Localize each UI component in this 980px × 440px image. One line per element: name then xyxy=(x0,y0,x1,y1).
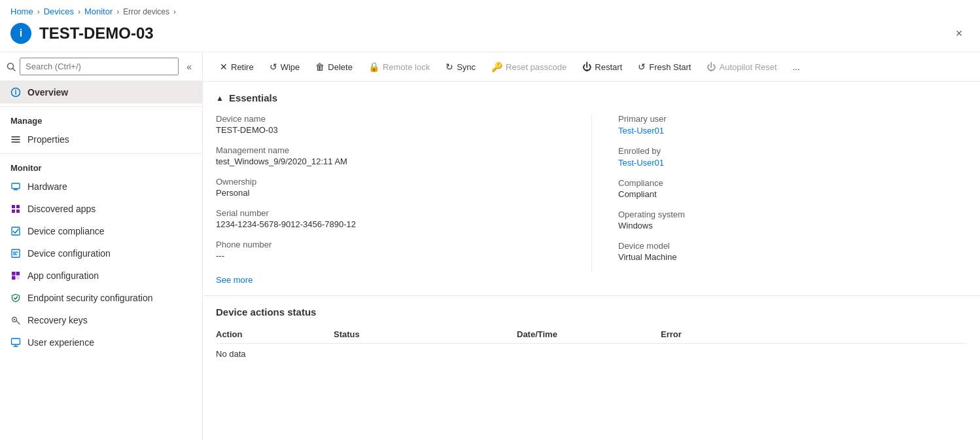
reset-passcode-button[interactable]: 🔑 Reset passcode xyxy=(485,58,573,76)
essentials-toggle[interactable]: ▲ xyxy=(216,94,224,103)
sidebar-item-app-configuration[interactable]: App configuration xyxy=(0,265,202,287)
svg-rect-11 xyxy=(12,205,15,208)
svg-rect-7 xyxy=(12,141,20,143)
page-title: TEST-DEMO-03 xyxy=(39,24,949,43)
management-name-label: Management name xyxy=(216,145,565,155)
monitor-section-label: Monitor xyxy=(0,153,202,175)
sidebar-item-properties-label: Properties xyxy=(27,134,69,145)
sidebar-item-discovered-apps[interactable]: Discovered apps xyxy=(0,198,202,220)
remote-lock-button[interactable]: 🔒 Remote lock xyxy=(362,58,436,76)
sidebar-search-container: « xyxy=(0,52,202,81)
svg-rect-9 xyxy=(14,189,18,191)
management-name-value: test_Windows_9/9/2020_12:11 AM xyxy=(216,156,565,166)
svg-point-4 xyxy=(15,90,16,91)
sidebar-item-device-compliance[interactable]: Device compliance xyxy=(0,220,202,242)
col-datetime-header: Date/Time xyxy=(517,325,661,344)
svg-rect-22 xyxy=(12,276,16,280)
device-model-field: Device model Virtual Machine xyxy=(618,241,967,262)
sidebar-item-user-experience-label: User experience xyxy=(27,337,94,348)
sidebar-item-endpoint-security-label: Endpoint security configuration xyxy=(27,293,152,303)
sidebar-item-device-configuration[interactable]: Device configuration xyxy=(0,242,202,265)
operating-system-value: Windows xyxy=(618,221,967,230)
essentials-section: ▲ Essentials Device name TEST-DEMO-03 Ma… xyxy=(203,82,980,295)
sidebar-item-discovered-apps-label: Discovered apps xyxy=(27,204,96,214)
sidebar-item-endpoint-security[interactable]: Endpoint security configuration xyxy=(0,287,202,309)
app-config-icon xyxy=(10,270,21,281)
device-actions-section: Device actions status Action Status Date… xyxy=(203,295,980,375)
col-action-header: Action xyxy=(216,325,334,344)
properties-icon xyxy=(10,134,21,145)
sidebar: « Overview Manage Properties xyxy=(0,52,203,440)
toolbar: ✕ Retire ↺ Wipe 🗑 Delete 🔒 Remote lock ↻… xyxy=(203,52,980,82)
svg-rect-6 xyxy=(12,139,20,140)
retire-icon: ✕ xyxy=(220,62,228,72)
sidebar-item-properties[interactable]: Properties xyxy=(0,128,202,151)
autopilot-reset-button[interactable]: ⏻ Autopilot Reset xyxy=(700,58,783,76)
svg-rect-5 xyxy=(12,136,20,138)
device-model-value: Virtual Machine xyxy=(618,252,967,262)
operating-system-label: Operating system xyxy=(618,210,967,219)
breadcrumb-home[interactable]: Home xyxy=(10,7,33,16)
page-header: i TEST-DEMO-03 × xyxy=(0,20,980,52)
enrolled-by-value[interactable]: Test-User01 xyxy=(618,158,664,168)
primary-user-label: Primary user xyxy=(618,114,967,124)
hardware-icon xyxy=(10,181,21,192)
retire-button[interactable]: ✕ Retire xyxy=(213,58,260,76)
see-more-link[interactable]: See more xyxy=(216,275,253,285)
serial-number-field: Serial number 1234-1234-5678-9012-3456-7… xyxy=(216,208,565,229)
breadcrumb-devices[interactable]: Devices xyxy=(44,7,74,16)
device-name-value: TEST-DEMO-03 xyxy=(216,125,565,135)
sync-icon: ↻ xyxy=(446,62,453,72)
no-data-cell: No data xyxy=(216,344,967,365)
svg-rect-13 xyxy=(12,210,15,213)
restart-button[interactable]: ⏻ Restart xyxy=(576,58,629,76)
svg-line-25 xyxy=(16,321,20,324)
breadcrumb-monitor[interactable]: Monitor xyxy=(84,7,113,16)
management-name-field: Management name test_Windows_9/9/2020_12… xyxy=(216,145,565,166)
sidebar-item-overview[interactable]: Overview xyxy=(0,81,202,103)
device-model-label: Device model xyxy=(618,241,967,251)
essentials-left: Device name TEST-DEMO-03 Management name… xyxy=(216,114,591,272)
content-area: ✕ Retire ↺ Wipe 🗑 Delete 🔒 Remote lock ↻… xyxy=(203,52,980,440)
enrolled-by-label: Enrolled by xyxy=(618,146,967,156)
search-input[interactable] xyxy=(20,58,179,75)
ownership-field: Ownership Personal xyxy=(216,177,565,198)
device-actions-table: Action Status Date/Time Error No data xyxy=(216,325,967,364)
essentials-right: Primary user Test-User01 Enrolled by Tes… xyxy=(591,114,967,272)
sidebar-item-recovery-keys[interactable]: Recovery keys xyxy=(0,309,202,331)
apps-icon xyxy=(10,204,21,214)
col-error-header: Error xyxy=(661,325,967,344)
recovery-icon xyxy=(10,315,21,325)
svg-rect-20 xyxy=(12,272,16,276)
close-button[interactable]: × xyxy=(949,23,970,44)
device-actions-title: Device actions status xyxy=(216,306,967,318)
primary-user-value[interactable]: Test-User01 xyxy=(618,126,664,136)
user-exp-icon xyxy=(10,337,21,348)
autopilot-reset-icon: ⏻ xyxy=(707,62,716,72)
sidebar-item-hardware-label: Hardware xyxy=(27,181,67,192)
svg-rect-21 xyxy=(16,272,20,276)
security-icon xyxy=(10,293,21,303)
svg-rect-27 xyxy=(12,339,20,344)
sidebar-item-device-configuration-label: Device configuration xyxy=(27,248,111,259)
delete-button[interactable]: 🗑 Delete xyxy=(309,58,359,76)
overview-icon xyxy=(10,87,21,98)
collapse-button[interactable]: « xyxy=(183,60,196,73)
device-name-field: Device name TEST-DEMO-03 xyxy=(216,114,565,135)
svg-rect-12 xyxy=(16,205,20,208)
enrolled-by-field: Enrolled by Test-User01 xyxy=(618,146,967,168)
sync-button[interactable]: ↻ Sync xyxy=(439,58,482,76)
sidebar-item-compliance-label: Device compliance xyxy=(27,226,105,236)
compliance-value: Compliant xyxy=(618,189,967,199)
more-button[interactable]: ... xyxy=(786,58,807,76)
fresh-start-button[interactable]: ↺ Fresh Start xyxy=(631,58,697,76)
config-icon xyxy=(10,248,21,259)
wipe-button[interactable]: ↺ Wipe xyxy=(263,58,307,76)
sidebar-item-overview-label: Overview xyxy=(27,87,68,98)
compliance-icon xyxy=(10,226,21,236)
sidebar-item-user-experience[interactable]: User experience xyxy=(0,331,202,354)
search-icon xyxy=(7,62,16,71)
delete-icon: 🗑 xyxy=(315,62,324,72)
col-status-header: Status xyxy=(334,325,517,344)
sidebar-item-hardware[interactable]: Hardware xyxy=(0,175,202,198)
